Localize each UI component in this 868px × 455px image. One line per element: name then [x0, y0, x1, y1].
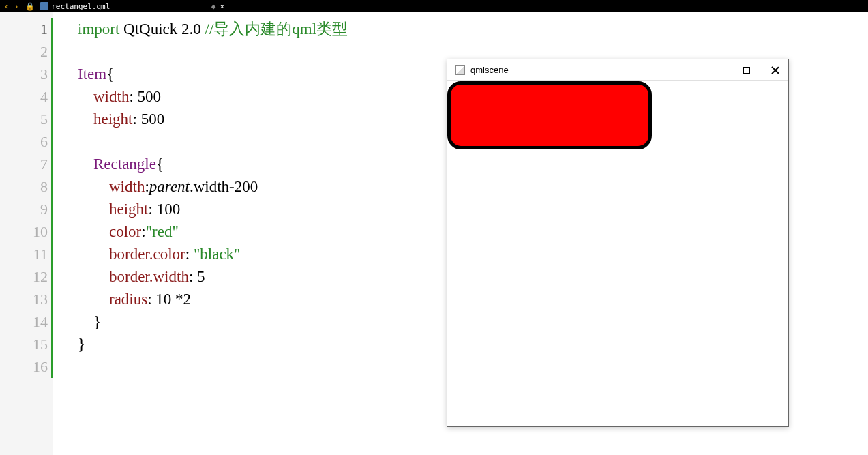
close-button[interactable]: [770, 65, 780, 75]
fold-gutter: [53, 12, 65, 455]
dropdown-icon[interactable]: ◆: [211, 2, 216, 11]
line-number[interactable]: 8: [0, 175, 53, 198]
window-titlebar[interactable]: qmlscene: [447, 59, 788, 81]
window-title: qmlscene: [470, 65, 713, 75]
rendered-rectangle: [447, 81, 652, 149]
line-number[interactable]: 5: [0, 108, 53, 130]
editor-toolbar: ‹ › 🔒 rectangel.qml ◆ ×: [0, 0, 868, 12]
back-button[interactable]: ‹: [3, 2, 10, 11]
qml-preview-window[interactable]: qmlscene: [447, 59, 789, 427]
line-number[interactable]: 6: [0, 130, 53, 153]
line-number[interactable]: 2: [0, 40, 53, 63]
line-number[interactable]: 1: [0, 18, 53, 40]
line-number[interactable]: 12: [0, 265, 53, 288]
app-icon: [455, 65, 465, 75]
forward-button[interactable]: ›: [13, 2, 20, 11]
line-number[interactable]: 4: [0, 85, 53, 108]
line-number[interactable]: 3: [0, 63, 53, 85]
line-number[interactable]: 7: [0, 153, 53, 175]
file-tab[interactable]: rectangel.qml: [40, 2, 110, 11]
filename-label: rectangel.qml: [51, 2, 110, 11]
close-tab-button[interactable]: ×: [220, 2, 224, 11]
minimize-button[interactable]: [713, 65, 723, 75]
line-number[interactable]: 10: [0, 220, 53, 243]
line-number[interactable]: 16: [0, 355, 53, 378]
tab-controls: ◆ ×: [211, 2, 224, 11]
qml-file-icon: [40, 2, 48, 10]
line-number[interactable]: 13: [0, 288, 53, 310]
line-number[interactable]: 11: [0, 243, 53, 265]
nav-controls: ‹ ›: [3, 2, 20, 11]
qml-scene: [447, 81, 788, 426]
line-number[interactable]: 15: [0, 333, 53, 355]
line-number-gutter: 1 2 3 4 5 6 7 8 9 10 11 12 13 14 15 16: [0, 12, 53, 455]
code-line[interactable]: import QtQuick 2.0 //导入内建的qml类型: [78, 18, 868, 40]
maximize-button[interactable]: [742, 65, 751, 75]
lock-icon: 🔒: [24, 2, 36, 11]
line-number[interactable]: 14: [0, 310, 53, 333]
line-number[interactable]: 9: [0, 198, 53, 220]
window-controls: [713, 65, 780, 75]
